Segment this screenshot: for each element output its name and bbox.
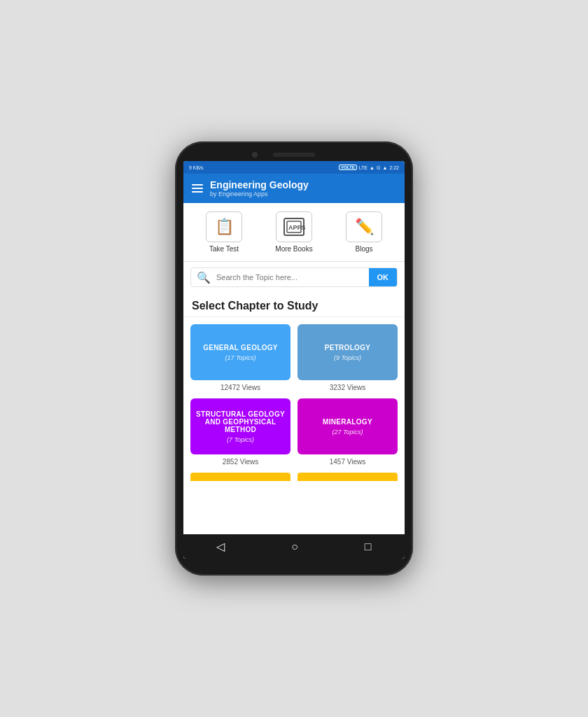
second-signal-bars: ▲ [382, 165, 387, 170]
clock: 2:22 [389, 165, 399, 170]
main-content: 📋 Take Test APPS More Books ✏️ [183, 203, 405, 534]
app-subtitle: by Engineering Apps [210, 190, 396, 197]
signal-bars: ▲ [370, 165, 374, 170]
chapter-card-mineralogy: MINERALOGY (27 Topics) [298, 398, 398, 454]
take-test-icon: 📋 [206, 211, 242, 242]
status-right: VOLTE LTE ▲ G ▲ 2:22 [339, 165, 399, 170]
chapter-item-general-geology[interactable]: GENERAL GEOLOGY (17 Topics) 12472 Views [190, 324, 290, 391]
svg-text:APPS: APPS [288, 224, 305, 231]
phone-top-bar [183, 150, 405, 161]
chapter-title-2: STRUCTURAL GEOLOGY AND GEOPHYSICAL METHO… [196, 410, 285, 433]
nav-back-button[interactable]: ◁ [202, 538, 239, 555]
network-type: LTE [359, 165, 368, 170]
search-ok-button[interactable]: OK [369, 268, 398, 286]
chapter-card-general-geology: GENERAL GEOLOGY (17 Topics) [190, 324, 290, 380]
app-bar: Engineering Geology by Engineering Apps [183, 174, 405, 203]
yellow-strip-row [183, 473, 405, 488]
phone-camera [252, 152, 258, 158]
yellow-strip-left [190, 473, 290, 481]
chapter-views-1: 3232 Views [330, 384, 366, 391]
more-books-icon: APPS [276, 211, 312, 242]
chapter-topics-2: (7 Topics) [227, 436, 254, 443]
chapter-card-petrology: PETROLOGY (9 Topics) [298, 324, 398, 380]
hamburger-line-1 [192, 184, 203, 186]
search-icon: 🔍 [191, 271, 216, 284]
chapter-item-mineralogy[interactable]: MINERALOGY (27 Topics) 1457 Views [298, 398, 398, 466]
chapter-views-0: 12472 Views [220, 384, 260, 391]
chapter-views-3: 1457 Views [330, 458, 366, 466]
chapter-title-0: GENERAL GEOLOGY [203, 344, 278, 351]
more-books-label: More Books [275, 245, 312, 253]
chapter-topics-0: (17 Topics) [225, 354, 255, 361]
chapter-grid: GENERAL GEOLOGY (17 Topics) 12472 Views … [183, 317, 405, 473]
hamburger-line-2 [192, 188, 203, 189]
nav-recent-button[interactable]: □ [351, 539, 386, 555]
android-nav-bar: ◁ ○ □ [183, 534, 405, 559]
phone-screen: 9 KB/s VOLTE LTE ▲ G ▲ 2:22 Engineering … [183, 161, 405, 559]
search-bar: 🔍 OK [190, 267, 398, 287]
chapter-item-petrology[interactable]: PETROLOGY (9 Topics) 3232 Views [298, 324, 398, 391]
section-header: Select Chapter to Study [183, 293, 405, 317]
chapter-title-3: MINERALOGY [323, 418, 372, 426]
app-bar-title-block: Engineering Geology by Engineering Apps [210, 179, 396, 197]
more-books-button[interactable]: APPS More Books [270, 211, 318, 253]
phone-device: 9 KB/s VOLTE LTE ▲ G ▲ 2:22 Engineering … [175, 141, 413, 576]
chapter-title-1: PETROLOGY [325, 344, 370, 351]
nav-home-button[interactable]: ○ [277, 539, 312, 555]
blogs-button[interactable]: ✏️ Blogs [340, 211, 388, 253]
blogs-label: Blogs [355, 245, 372, 253]
chapter-topics-1: (9 Topics) [334, 354, 361, 361]
app-title: Engineering Geology [210, 179, 396, 190]
hamburger-line-3 [192, 191, 203, 193]
hamburger-menu[interactable] [192, 184, 203, 193]
chapter-topics-3: (27 Topics) [332, 429, 363, 436]
take-test-button[interactable]: 📋 Take Test [200, 211, 248, 253]
take-test-label: Take Test [209, 245, 239, 253]
phone-speaker [273, 153, 315, 157]
status-speed: 9 KB/s [189, 165, 204, 170]
blogs-icon: ✏️ [346, 211, 382, 242]
volte-badge: VOLTE [339, 165, 357, 170]
yellow-strip-right [298, 473, 398, 481]
chapter-views-2: 2852 Views [223, 458, 259, 466]
chapter-card-structural-geology: STRUCTURAL GEOLOGY AND GEOPHYSICAL METHO… [190, 398, 290, 454]
chapter-item-structural-geology[interactable]: STRUCTURAL GEOLOGY AND GEOPHYSICAL METHO… [190, 398, 290, 466]
phone-bottom-bar [183, 559, 405, 567]
status-bar: 9 KB/s VOLTE LTE ▲ G ▲ 2:22 [183, 161, 405, 174]
search-input[interactable] [216, 268, 369, 286]
second-signal: G [377, 165, 380, 170]
quick-actions-row: 📋 Take Test APPS More Books ✏️ [183, 203, 405, 262]
